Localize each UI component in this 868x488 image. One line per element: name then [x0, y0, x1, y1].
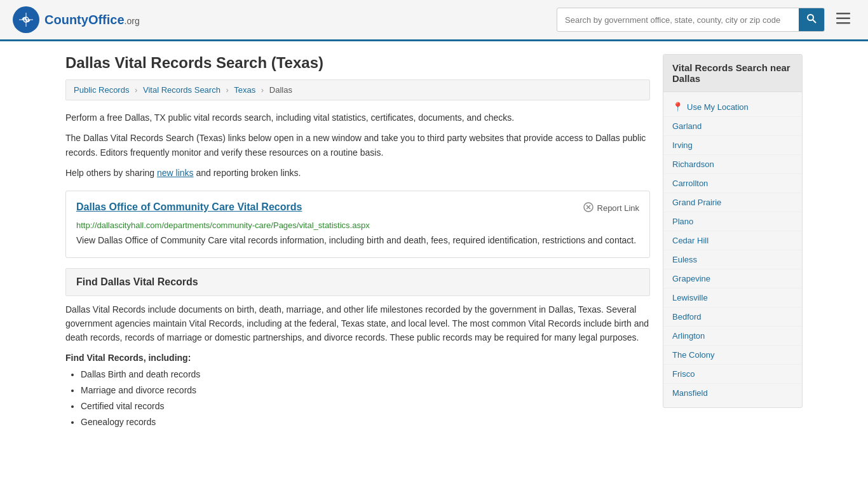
sidebar-box: Vital Records Search near Dallas 📍 Use M… — [663, 54, 803, 408]
svg-rect-6 — [836, 13, 850, 15]
intro-paragraph-3: Help others by sharing new links and rep… — [65, 166, 650, 180]
sidebar-item-arlington[interactable]: Arlington — [663, 326, 802, 345]
sidebar-title: Vital Records Search near Dallas — [663, 55, 802, 92]
list-item: Certified vital records — [81, 400, 650, 413]
page-title: Dallas Vital Records Search (Texas) — [65, 54, 650, 72]
menu-button[interactable] — [831, 9, 855, 30]
intro-paragraph-1: Perform a free Dallas, TX public vital r… — [65, 111, 650, 125]
find-subheading: Find Vital Records, including: — [65, 353, 650, 363]
svg-rect-8 — [836, 22, 850, 24]
logo-icon — [13, 6, 39, 33]
sidebar-item-garland[interactable]: Garland — [663, 116, 802, 135]
breadcrumb-current: Dallas — [269, 85, 292, 95]
sidebar-item-the-colony[interactable]: The Colony — [663, 345, 802, 364]
breadcrumb-link-vital-records[interactable]: Vital Records Search — [143, 85, 220, 95]
sidebar-item-grapevine[interactable]: Grapevine — [663, 269, 802, 288]
list-item: Dallas Birth and death records — [81, 368, 650, 381]
breadcrumb-link-public-records[interactable]: Public Records — [74, 85, 129, 95]
main-container: Dallas Vital Records Search (Texas) Publ… — [53, 41, 815, 444]
sidebar-links: 📍 Use My Location Garland Irving Richard… — [663, 92, 802, 407]
breadcrumb: Public Records › Vital Records Search › … — [65, 79, 650, 100]
sidebar-item-lewisville[interactable]: Lewisville — [663, 288, 802, 307]
logo-area: CountyOffice.org — [13, 6, 140, 33]
find-section-body: Dallas Vital Records include documents o… — [65, 302, 650, 345]
record-card: Dallas Office of Community Care Vital Re… — [65, 191, 650, 258]
record-card-header: Dallas Office of Community Care Vital Re… — [76, 201, 639, 215]
breadcrumb-link-texas[interactable]: Texas — [234, 85, 255, 95]
search-button[interactable] — [799, 8, 824, 31]
sidebar: Vital Records Search near Dallas 📍 Use M… — [663, 54, 803, 431]
location-pin-icon: 📍 — [672, 102, 683, 112]
record-url[interactable]: http://dallascityhall.com/departments/co… — [76, 220, 639, 230]
content-area: Dallas Vital Records Search (Texas) Publ… — [65, 54, 650, 431]
sidebar-item-euless[interactable]: Euless — [663, 250, 802, 269]
new-links-link[interactable]: new links — [157, 168, 194, 178]
search-input[interactable] — [557, 10, 799, 30]
report-link-button[interactable]: Report Link — [583, 201, 639, 215]
sidebar-item-plano[interactable]: Plano — [663, 212, 802, 231]
sidebar-item-frisco[interactable]: Frisco — [663, 364, 802, 383]
record-description: View Dallas Office of Community Care vit… — [76, 234, 639, 247]
list-item: Genealogy records — [81, 416, 650, 429]
sidebar-item-mansfield[interactable]: Mansfield — [663, 383, 802, 402]
sidebar-item-richardson[interactable]: Richardson — [663, 154, 802, 173]
sidebar-item-bedford[interactable]: Bedford — [663, 307, 802, 326]
sidebar-item-carrollton[interactable]: Carrollton — [663, 173, 802, 193]
search-bar — [557, 8, 825, 32]
find-section-title: Find Dallas Vital Records — [76, 276, 198, 287]
report-icon — [583, 201, 594, 215]
intro-paragraph-2: The Dallas Vital Records Search (Texas) … — [65, 131, 650, 159]
list-item: Marriage and divorce records — [81, 384, 650, 397]
logo-text: CountyOffice.org — [44, 13, 140, 27]
find-list: Dallas Birth and death records Marriage … — [81, 368, 650, 429]
find-section-header: Find Dallas Vital Records — [65, 268, 650, 296]
svg-point-4 — [808, 15, 813, 20]
svg-line-5 — [813, 20, 816, 23]
use-my-location-link[interactable]: 📍 Use My Location — [663, 97, 802, 116]
header-right — [557, 8, 855, 32]
header: CountyOffice.org — [0, 0, 868, 41]
sidebar-item-grand-prairie[interactable]: Grand Prairie — [663, 193, 802, 212]
sidebar-item-cedar-hill[interactable]: Cedar Hill — [663, 231, 802, 250]
record-title[interactable]: Dallas Office of Community Care Vital Re… — [76, 201, 302, 213]
svg-rect-7 — [836, 18, 850, 20]
sidebar-item-irving[interactable]: Irving — [663, 135, 802, 154]
